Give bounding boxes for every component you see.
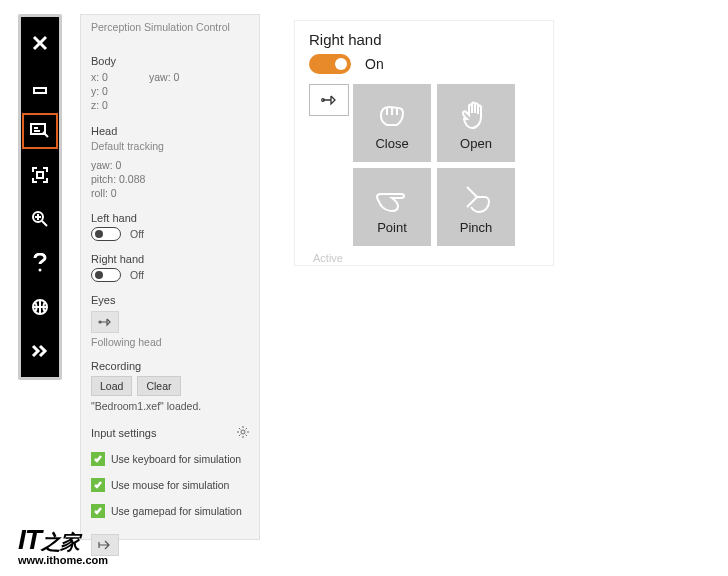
fit-screen-icon[interactable] — [22, 157, 58, 193]
right-hand-toggle[interactable] — [91, 268, 121, 282]
keyboard-checkbox-row[interactable]: Use keyboard for simulation — [91, 452, 249, 466]
mouse-checkbox-row[interactable]: Use mouse for simulation — [91, 478, 249, 492]
left-hand-heading: Left hand — [91, 212, 249, 224]
hand-panel-title: Right hand — [309, 31, 539, 48]
gesture-pinch[interactable]: Pinch — [437, 168, 515, 246]
fist-icon — [375, 96, 409, 134]
zoom-icon[interactable] — [22, 201, 58, 237]
open-hand-icon — [459, 96, 493, 134]
panel-title: Perception Simulation Control — [81, 21, 259, 43]
svg-rect-2 — [37, 172, 43, 178]
hand-active-label: Active — [313, 252, 539, 264]
globe-icon[interactable] — [22, 289, 58, 325]
eyes-pin-button[interactable] — [91, 311, 119, 333]
pinch-icon — [461, 180, 491, 218]
left-hand-toggle[interactable] — [91, 227, 121, 241]
recording-heading: Recording — [91, 360, 249, 372]
gesture-point[interactable]: Point — [353, 168, 431, 246]
checkbox-checked-icon — [91, 504, 105, 518]
hand-toggle-label: On — [365, 56, 384, 72]
gesture-close[interactable]: Close — [353, 84, 431, 162]
watermark: IT之家 www.ithome.com — [18, 524, 108, 566]
head-heading: Head — [91, 125, 249, 137]
right-hand-state: Off — [130, 269, 144, 281]
checkbox-checked-icon — [91, 452, 105, 466]
svg-point-4 — [39, 269, 42, 272]
minimize-icon[interactable] — [22, 69, 58, 105]
gear-icon[interactable] — [237, 426, 249, 440]
perception-simulation-panel: Perception Simulation Control Body x: 0 … — [80, 14, 260, 540]
point-icon — [374, 180, 410, 218]
input-settings-heading: Input settings — [91, 427, 156, 439]
eyes-state: Following head — [91, 336, 249, 348]
help-icon[interactable] — [22, 245, 58, 281]
perception-tool-icon[interactable] — [22, 113, 58, 149]
expand-icon[interactable] — [22, 333, 58, 369]
left-hand-state: Off — [130, 228, 144, 240]
head-tracking: Default tracking — [91, 140, 249, 152]
right-hand-heading: Right hand — [91, 253, 249, 265]
emulator-toolbar — [18, 14, 62, 380]
gamepad-checkbox-row[interactable]: Use gamepad for simulation — [91, 504, 249, 518]
svg-point-7 — [241, 430, 245, 434]
checkbox-checked-icon — [91, 478, 105, 492]
eyes-heading: Eyes — [91, 294, 249, 306]
hand-pin-button[interactable] — [309, 84, 349, 116]
right-hand-panel: Right hand On Close Open — [294, 20, 554, 266]
close-icon[interactable] — [22, 25, 58, 61]
body-heading: Body — [91, 55, 249, 67]
hand-toggle[interactable] — [309, 54, 351, 74]
gesture-open[interactable]: Open — [437, 84, 515, 162]
recording-status: "Bedroom1.xef" loaded. — [91, 400, 249, 412]
svg-rect-0 — [34, 88, 46, 93]
load-button[interactable]: Load — [91, 376, 132, 396]
clear-button[interactable]: Clear — [137, 376, 180, 396]
